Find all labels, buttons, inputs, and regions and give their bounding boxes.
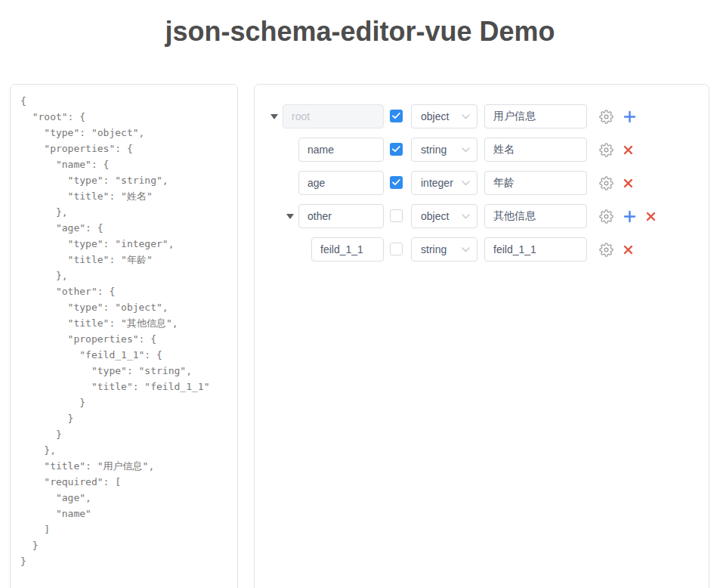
schema-row: integer xyxy=(255,171,709,195)
schema-row: string xyxy=(255,237,709,262)
add-child-plus-icon[interactable] xyxy=(623,210,636,223)
checkmark-icon xyxy=(392,179,400,186)
row-actions xyxy=(599,171,633,195)
schema-row: object xyxy=(255,104,709,128)
field-name-input[interactable] xyxy=(283,104,384,128)
required-checkbox[interactable] xyxy=(390,143,403,156)
field-title-input[interactable] xyxy=(484,138,587,162)
field-name-input[interactable] xyxy=(298,204,384,228)
type-select-value: object xyxy=(421,210,449,222)
type-select[interactable]: object xyxy=(411,104,477,128)
field-name-input[interactable] xyxy=(311,237,384,262)
chevron-down-icon xyxy=(462,247,470,252)
required-checkbox[interactable] xyxy=(390,110,403,122)
type-select[interactable]: object xyxy=(411,204,477,228)
type-select-value: string xyxy=(421,243,447,255)
page-title: json-schema-editor-vue Demo xyxy=(0,15,720,48)
type-select[interactable]: integer xyxy=(411,171,477,195)
row-actions xyxy=(599,138,633,162)
schema-row: object xyxy=(255,204,709,228)
json-code-panel: { "root": { "type": "object", "propertie… xyxy=(10,84,238,588)
required-checkbox[interactable] xyxy=(390,176,403,189)
schema-row: string xyxy=(255,138,709,162)
schema-rows: object xyxy=(255,85,709,262)
settings-gear-icon[interactable] xyxy=(599,143,613,157)
field-name-input[interactable] xyxy=(298,138,384,162)
remove-cross-icon[interactable] xyxy=(646,212,656,221)
remove-cross-icon[interactable] xyxy=(623,145,633,155)
add-child-plus-icon[interactable] xyxy=(623,110,636,123)
type-select[interactable]: string xyxy=(411,237,477,262)
field-title-input[interactable] xyxy=(484,204,587,228)
collapse-triangle-icon[interactable] xyxy=(286,214,294,219)
type-select[interactable]: string xyxy=(411,138,477,162)
json-code: { "root": { "type": "object", "propertie… xyxy=(11,85,237,577)
settings-gear-icon[interactable] xyxy=(599,243,613,257)
row-actions xyxy=(599,237,633,262)
remove-cross-icon[interactable] xyxy=(623,245,633,255)
field-title-input[interactable] xyxy=(484,104,587,128)
type-select-value: object xyxy=(421,110,449,122)
required-checkbox[interactable] xyxy=(390,209,403,222)
field-title-input[interactable] xyxy=(484,171,587,195)
chevron-down-icon xyxy=(462,114,470,119)
checkmark-icon xyxy=(392,113,400,119)
checkmark-icon xyxy=(392,146,400,153)
schema-editor-panel: object xyxy=(254,84,709,588)
required-checkbox[interactable] xyxy=(390,243,403,255)
remove-cross-icon[interactable] xyxy=(623,178,633,188)
settings-gear-icon[interactable] xyxy=(599,209,613,224)
chevron-down-icon xyxy=(462,147,470,153)
settings-gear-icon[interactable] xyxy=(599,176,613,190)
settings-gear-icon[interactable] xyxy=(599,110,613,124)
collapse-triangle-icon[interactable] xyxy=(270,114,278,119)
page: json-schema-editor-vue Demo { "root": { … xyxy=(0,0,720,588)
chevron-down-icon xyxy=(462,181,470,186)
type-select-value: string xyxy=(421,144,447,156)
row-actions xyxy=(599,104,636,128)
chevron-down-icon xyxy=(462,214,470,219)
field-name-input[interactable] xyxy=(298,171,384,195)
row-actions xyxy=(599,204,656,228)
type-select-value: integer xyxy=(421,177,453,189)
field-title-input[interactable] xyxy=(484,237,587,262)
